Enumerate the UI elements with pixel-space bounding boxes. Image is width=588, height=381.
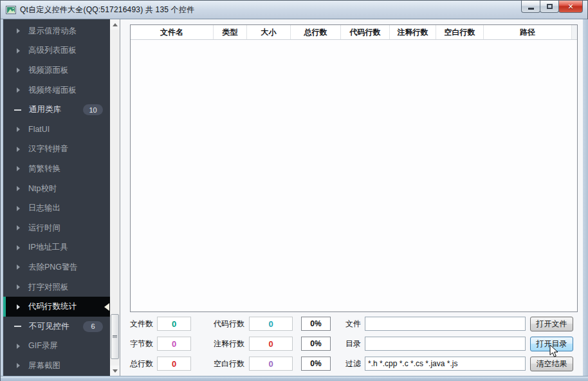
sidebar-item-label: 显示值滑动条 [28, 26, 77, 37]
bytes-count-value: 0 [157, 337, 191, 351]
sidebar-item-label: 简繁转换 [28, 163, 60, 174]
header-corner-stub [572, 25, 577, 39]
chevron-right-icon [17, 225, 20, 230]
sidebar-item-display-slider[interactable]: 显示值滑动条 [3, 21, 110, 41]
chevron-right-icon [17, 206, 20, 211]
sidebar-scrollbar[interactable] [110, 19, 120, 376]
sidebar-item-video-terminal-panel[interactable]: 视频终端面板 [3, 80, 110, 100]
sidebar-item-code-line-count[interactable]: 代码行数统计 [3, 297, 110, 317]
total-lines-label: 总行数 [130, 357, 153, 371]
sidebar-item-label: IP地址工具 [28, 242, 68, 253]
sidebar-item-label: 去除PNG警告 [28, 262, 78, 273]
minimize-icon [528, 8, 534, 10]
sidebar-item-flatui[interactable]: FlatUI [3, 120, 110, 140]
window-border-bottom [1, 376, 588, 381]
titlebar: Qt自定义控件大全(QQ:517216493) 共 135 个控件 ✕ [1, 1, 587, 19]
column-header-total-lines[interactable]: 总行数 [291, 25, 341, 39]
close-icon: ✕ [567, 3, 573, 11]
sidebar-item-label: 汉字转拼音 [28, 144, 69, 154]
chevron-right-icon [17, 147, 20, 152]
sidebar-item-ip-address-tool[interactable]: IP地址工具 [3, 238, 110, 258]
count-badge: 10 [83, 104, 103, 115]
chevron-right-icon [17, 344, 20, 349]
file-input[interactable] [365, 317, 526, 331]
bytes-count-label: 字节数 [130, 337, 153, 351]
app-icon [6, 6, 16, 14]
sidebar-group-label: 不可见控件 [29, 321, 69, 332]
clear-results-button[interactable]: 清空结果 [530, 357, 573, 371]
sidebar-item-typing-board[interactable]: 打字对照板 [3, 277, 110, 297]
blank-lines-value: 0 [249, 357, 293, 371]
sidebar-item-run-time[interactable]: 运行时间 [3, 218, 110, 238]
sidebar-item-advanced-list-panel[interactable]: 高级列表面板 [3, 41, 110, 61]
chevron-right-icon [17, 88, 20, 93]
filter-input[interactable] [365, 357, 526, 371]
sidebar: 显示值滑动条 高级列表面板 视频源面板 视频终端面板 通用类库10 FlatUI… [3, 19, 110, 376]
filter-field-label: 过滤 [345, 357, 361, 371]
sidebar-item-label: FlatUI [28, 125, 50, 134]
app-window: Qt自定义控件大全(QQ:517216493) 共 135 个控件 ✕ 显示值滑… [0, 0, 588, 381]
code-lines-value: 0 [249, 317, 293, 331]
chevron-right-icon [17, 363, 20, 368]
sidebar-item-screen-capture[interactable]: 屏幕截图 [3, 356, 110, 376]
window-border-right [583, 19, 588, 376]
total-lines-value: 0 [157, 357, 191, 371]
column-header-blank-lines[interactable]: 空白行数 [436, 25, 484, 39]
close-button[interactable]: ✕ [558, 1, 583, 13]
chevron-right-icon [17, 166, 20, 171]
scroll-up-button[interactable] [110, 19, 120, 30]
directory-input[interactable] [365, 337, 526, 351]
sidebar-item-video-source-panel[interactable]: 视频源面板 [3, 60, 110, 80]
column-header-type[interactable]: 类型 [214, 25, 247, 39]
column-header-comment-lines[interactable]: 注释行数 [390, 25, 436, 39]
chevron-right-icon [17, 28, 20, 33]
files-count-value: 0 [157, 317, 191, 331]
sidebar-item-gif-recorder[interactable]: GIF录屏 [3, 337, 110, 357]
column-header-filename[interactable]: 文件名 [131, 25, 214, 39]
sidebar-item-label: 屏幕截图 [28, 360, 60, 371]
file-field-label: 文件 [345, 317, 361, 331]
chevron-right-icon [17, 127, 20, 132]
open-file-button[interactable]: 打开文件 [530, 317, 573, 331]
comment-lines-value: 0 [249, 337, 293, 351]
thumb-grip-icon [113, 335, 117, 338]
files-count-label: 文件数 [130, 317, 153, 331]
sidebar-item-label: 运行时间 [28, 223, 60, 234]
chevron-right-icon [17, 186, 20, 191]
column-header-size[interactable]: 大小 [247, 25, 291, 39]
chevron-right-icon [17, 265, 20, 270]
sidebar-item-hanzi-to-pinyin[interactable]: 汉字转拼音 [3, 140, 110, 160]
scrollbar-thumb[interactable] [111, 314, 119, 359]
scroll-down-button[interactable] [110, 366, 120, 376]
sidebar-item-label: 视频源面板 [28, 65, 69, 76]
sidebar-group-invisible-controls[interactable]: 不可见控件6 [3, 317, 110, 337]
open-directory-button[interactable]: 打开目录 [530, 337, 573, 351]
selected-marker-icon [104, 303, 109, 311]
main-panel: 文件名 类型 大小 总行数 代码行数 注释行数 空白行数 路径 文件数 0 代码… [120, 19, 583, 376]
arrow-down-icon [113, 369, 118, 373]
sidebar-item-simplified-traditional[interactable]: 简繁转换 [3, 159, 110, 179]
code-lines-percent: 0% [301, 317, 331, 331]
sidebar-item-ntp-time[interactable]: Ntp校时 [3, 179, 110, 199]
maximize-button[interactable] [540, 1, 559, 13]
dir-field-label: 目录 [345, 337, 361, 351]
column-header-path[interactable]: 路径 [484, 25, 572, 39]
minimize-button[interactable] [521, 1, 540, 13]
comment-lines-percent: 0% [301, 337, 331, 351]
chevron-right-icon [17, 245, 20, 250]
sidebar-group-common-library[interactable]: 通用类库10 [3, 100, 110, 120]
sidebar-item-label: 打字对照板 [28, 282, 69, 293]
sidebar-item-remove-png-warning[interactable]: 去除PNG警告 [3, 257, 110, 277]
sidebar-item-log-output[interactable]: 日志输出 [3, 198, 110, 218]
blank-lines-percent: 0% [301, 357, 331, 371]
column-header-code-lines[interactable]: 代码行数 [341, 25, 390, 39]
window-title: Qt自定义控件大全(QQ:517216493) 共 135 个控件 [20, 5, 194, 15]
sidebar-item-label: Ntp校时 [28, 183, 57, 194]
sidebar-item-label: 代码行数统计 [28, 301, 77, 312]
collapse-minus-icon [14, 109, 21, 111]
chevron-right-icon [17, 284, 20, 290]
sidebar-group-label: 通用类库 [29, 104, 61, 115]
comment-lines-label: 注释行数 [214, 337, 244, 351]
sidebar-item-label: GIF录屏 [28, 340, 58, 351]
results-table: 文件名 类型 大小 总行数 代码行数 注释行数 空白行数 路径 [130, 24, 578, 312]
